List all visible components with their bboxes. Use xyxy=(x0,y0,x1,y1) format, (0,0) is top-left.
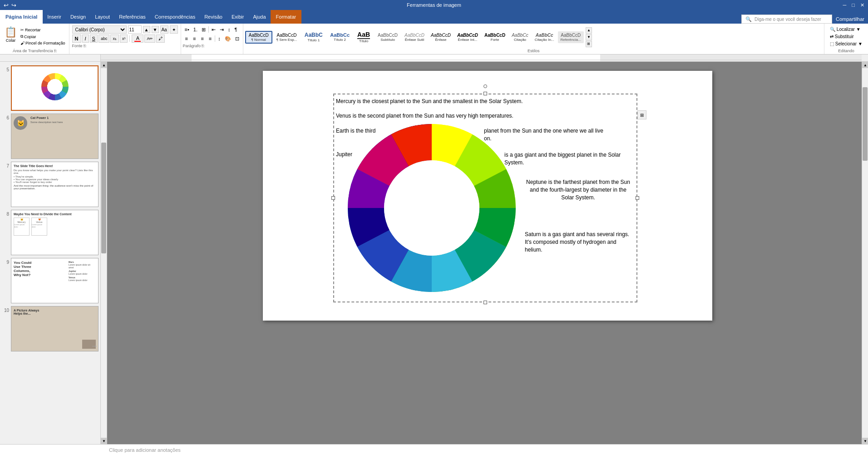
localizar-btn[interactable]: 🔍 Localizar ▼ xyxy=(828,26,864,32)
styles-scroll-down[interactable]: ▼ xyxy=(586,34,592,40)
tab-formatar[interactable]: Formatar xyxy=(271,10,302,24)
styles-scroll-up[interactable]: ▲ xyxy=(586,27,592,34)
colar-btn[interactable]: 📋 Colar xyxy=(3,25,19,48)
font-expand-icon[interactable]: ⎘ xyxy=(84,44,86,48)
horizontal-ruler: -12-10-8-6-4-2024681012 xyxy=(101,54,862,62)
text-color-btn[interactable]: A xyxy=(132,35,143,43)
slide-thumb-8[interactable]: 8 Maybe You Need to Divide the Content 🐱… xyxy=(2,210,99,255)
styles-expand[interactable]: ⊞ xyxy=(586,41,592,47)
layout-tool-btn[interactable]: ⊞ xyxy=(637,110,646,119)
multilevel-btn[interactable]: ⊞ xyxy=(200,25,207,34)
align-right-btn[interactable]: ≡ xyxy=(198,35,206,43)
style-subtitulo[interactable]: AaBbCcD Subtítulo xyxy=(375,31,401,43)
increase-indent-btn[interactable]: ⇥ xyxy=(218,25,226,34)
font-size-input[interactable] xyxy=(128,25,142,34)
redo-btn[interactable]: ↪ xyxy=(11,2,16,9)
notes-area[interactable]: Clique para adicionar anotações xyxy=(0,444,868,455)
tab-inserir[interactable]: Inserir xyxy=(43,10,66,24)
resize-handle-bottom[interactable] xyxy=(483,301,487,304)
style-forte[interactable]: AaBbCcD Forte xyxy=(482,31,508,43)
scroll-thumb[interactable] xyxy=(101,143,106,253)
rotation-handle[interactable] xyxy=(483,84,487,88)
slide-thumb-7[interactable]: 7 The Slide Title Goes Here! Do you know… xyxy=(2,162,99,207)
align-center-btn[interactable]: ≡ xyxy=(191,35,198,43)
canvas-vscrollbar[interactable]: ▲ ▼ xyxy=(862,62,868,444)
subscript-btn[interactable]: x₁ xyxy=(110,35,119,43)
sort-btn[interactable]: ↕ xyxy=(226,25,232,34)
font-size-down-btn[interactable]: ▼ xyxy=(152,26,159,33)
style-citacao[interactable]: AaBbCc Citação xyxy=(509,31,531,43)
shading-btn[interactable]: 🖍 xyxy=(156,35,165,43)
selecionar-btn[interactable]: ⬚ Selecionar ▼ xyxy=(828,41,864,47)
font-name-select[interactable]: Calibri (Corpo) xyxy=(72,25,127,34)
slide-thumb-9[interactable]: 9 You CouldUse ThreeColumns,Why Not? Mar… xyxy=(2,258,99,303)
resize-handle-top[interactable] xyxy=(483,92,487,95)
case-btn[interactable]: ✦ xyxy=(170,25,178,34)
style-titulo[interactable]: AaB Título xyxy=(354,30,374,45)
slide-thumb-5[interactable]: 5 xyxy=(2,65,99,111)
style-ref[interactable]: AaBbCcD Referência... xyxy=(558,31,584,43)
numbering-btn[interactable]: 1. xyxy=(192,25,199,34)
tab-referencias[interactable]: Referências xyxy=(114,10,150,24)
search-icon: 🔍 xyxy=(830,27,835,32)
recortar-btn[interactable]: ✂ Recortar xyxy=(20,27,66,33)
pincel-btn[interactable]: 🖌 Pincel de Formatação xyxy=(20,40,66,46)
bold-btn[interactable]: N xyxy=(72,35,81,43)
slide-thumb-10[interactable]: 10 A Picture AlwaysHelps the... → xyxy=(2,306,99,351)
style-sem-esp[interactable]: AaBbCcD ¶ Sem Esp... xyxy=(273,31,301,43)
tab-revisao[interactable]: Revisão xyxy=(200,10,227,24)
superscript-btn[interactable]: x¹ xyxy=(120,35,128,43)
sidebar-scrollbar[interactable]: ▲ ▼ xyxy=(101,62,107,444)
resize-handle-left[interactable] xyxy=(331,196,335,200)
bullets-btn[interactable]: ≡• xyxy=(183,25,191,34)
scroll-down-btn[interactable]: ▼ xyxy=(101,438,107,444)
content-textbox[interactable]: Mercury is the closest planet to the Sun… xyxy=(333,94,637,302)
para-shading-btn[interactable]: 🎨 xyxy=(223,35,233,43)
copiar-btn[interactable]: ⧉ Copiar xyxy=(20,34,66,40)
clipboard-expand-icon[interactable]: ⎘ xyxy=(54,49,56,53)
style-enfase[interactable]: AaBbCcD Ênfase xyxy=(428,31,454,43)
scroll-up-btn[interactable]: ▲ xyxy=(101,62,107,68)
search-box[interactable]: 🔍 Diga-me o que você deseja fazer xyxy=(741,15,832,24)
tab-correspondencias[interactable]: Correspondências xyxy=(150,10,200,24)
slide-preview-10: A Picture AlwaysHelps the... → xyxy=(11,306,99,351)
strikethrough-btn[interactable]: abc xyxy=(99,35,110,43)
highlight-btn[interactable]: A✏ xyxy=(144,35,155,43)
style-titulo2[interactable]: AaBbCc Título 2 xyxy=(327,31,353,43)
resize-handle-right[interactable] xyxy=(636,196,639,200)
style-normal[interactable]: AaBbCcD ¶ Normal xyxy=(245,31,272,44)
justify-btn[interactable]: ≡ xyxy=(207,35,214,43)
slide-panel[interactable]: 5 6 🐱 Cat Power 1 Some description text … xyxy=(0,62,101,444)
venus-text: Venus is the second planet from the Sun … xyxy=(336,113,545,119)
canvas-scroll-down[interactable]: ▼ xyxy=(862,438,868,444)
decrease-indent-btn[interactable]: ⇤ xyxy=(210,25,217,34)
style-citacao-in[interactable]: AaBbCc Citação In... xyxy=(532,31,557,43)
scissors-icon: ✂ xyxy=(20,28,24,32)
italic-btn[interactable]: I xyxy=(82,35,89,43)
borders-btn[interactable]: ⊡ xyxy=(233,35,241,43)
tab-exibir[interactable]: Exibir xyxy=(227,10,249,24)
tab-layout[interactable]: Layout xyxy=(90,10,114,24)
slide-canvas[interactable]: Mercury is the closest planet to the Sun… xyxy=(263,71,712,321)
tab-ajuda[interactable]: Ajuda xyxy=(248,10,270,24)
tab-design[interactable]: Design xyxy=(66,10,90,24)
show-marks-btn[interactable]: ¶ xyxy=(233,25,239,34)
underline-btn[interactable]: S xyxy=(90,35,98,43)
undo-btn[interactable]: ↩ xyxy=(4,2,9,9)
style-enfase-sutil[interactable]: AaBbCcD Ênfase Sutil xyxy=(402,31,427,43)
font-size-up-btn[interactable]: ▲ xyxy=(143,26,150,33)
clear-format-btn[interactable]: Aa xyxy=(160,25,168,34)
tab-pagina-inicial[interactable]: Página Inicial xyxy=(0,10,43,24)
canvas-scroll-thumb[interactable] xyxy=(863,87,868,161)
style-titulo1[interactable]: AaBbC Título 1 xyxy=(301,30,326,44)
paragraph-expand-icon[interactable]: ⎘ xyxy=(202,44,204,48)
substituir-btn[interactable]: ⇄ Substituir xyxy=(828,34,864,40)
line-spacing-btn[interactable]: ↕ xyxy=(216,35,222,43)
canvas-scroll-up[interactable]: ▲ xyxy=(862,62,868,68)
style-enfase-int[interactable]: AaBbCcD Ênfase Int... xyxy=(454,31,481,43)
share-btn[interactable]: Compartilhar xyxy=(836,16,864,22)
align-left-btn[interactable]: ≡ xyxy=(183,35,190,43)
slide-thumb-6[interactable]: 6 🐱 Cat Power 1 Some description text he… xyxy=(2,114,99,159)
slide-preview-5 xyxy=(11,65,99,111)
slide-preview-7: The Slide Title Goes Here! Do you know w… xyxy=(11,162,99,207)
